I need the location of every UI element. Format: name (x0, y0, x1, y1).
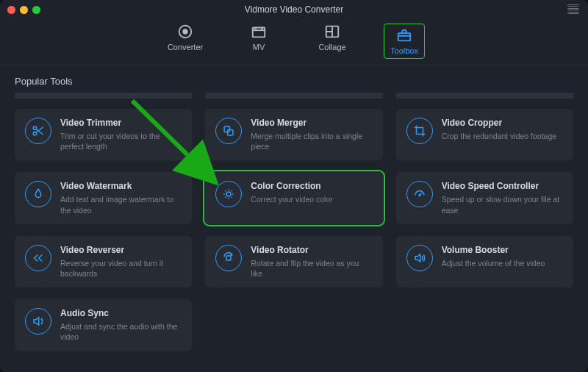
tools-grid: Video Trimmer Trim or cut your videos to… (0, 99, 588, 351)
reverse-icon (25, 245, 51, 271)
svg-point-8 (33, 132, 37, 136)
tool-volume-booster[interactable]: Volume Booster Adjust the volume of the … (396, 236, 573, 287)
tool-desc: Add text and image watermark to the vide… (60, 194, 182, 215)
tool-video-merger[interactable]: Video Merger Merge multiple clips into a… (205, 109, 382, 160)
watermark-icon (25, 181, 51, 207)
tool-title: Video Merger (251, 118, 372, 128)
tool-video-rotator[interactable]: Video Rotator Rotate and flip the video … (205, 236, 382, 287)
merge-icon (215, 118, 242, 144)
tool-desc: Merge multiple clips into a single piece (251, 131, 372, 151)
tool-title: Video Watermark (60, 181, 182, 191)
tool-title: Audio Sync (60, 308, 182, 318)
tool-video-speed[interactable]: Video Speed Controller Speed up or slow … (396, 172, 573, 223)
svg-point-4 (262, 29, 262, 29)
placeholder (205, 93, 382, 99)
tool-desc: Correct your video color (251, 194, 332, 204)
rotate-icon (215, 245, 242, 271)
tab-label: Toolbox (390, 46, 418, 55)
volume-icon (406, 245, 433, 271)
tab-toolbox[interactable]: Toolbox (384, 24, 425, 59)
collage-icon (324, 24, 340, 40)
tool-title: Video Trimmer (60, 118, 182, 128)
tab-label: Collage (318, 43, 345, 51)
tool-video-reverser[interactable]: Video Reverser Reverse your video and tu… (15, 236, 192, 287)
tool-video-watermark[interactable]: Video Watermark Add text and image water… (15, 172, 192, 223)
svg-point-7 (33, 126, 37, 130)
svg-point-12 (419, 195, 420, 196)
svg-rect-13 (226, 256, 231, 260)
speed-icon (406, 181, 433, 207)
window-title: Vidmore Video Converter (0, 4, 588, 15)
tool-desc: Adjust the volume of the video (442, 258, 545, 268)
tool-video-cropper[interactable]: Video Cropper Crop the redundant video f… (396, 109, 573, 160)
app-window: Vidmore Video Converter Converter MV Col… (0, 0, 588, 372)
mv-icon (251, 24, 267, 40)
tab-converter[interactable]: Converter (163, 24, 207, 59)
tool-audio-sync[interactable]: Audio Sync Adjust and sync the audio wit… (15, 299, 192, 351)
tab-mv[interactable]: MV (237, 24, 281, 59)
tool-desc: Rotate and flip the video as you like (251, 258, 372, 279)
svg-point-3 (255, 29, 256, 29)
tool-desc: Reverse your video and turn it backwards (60, 258, 182, 279)
tab-label: MV (253, 43, 265, 51)
tab-label: Converter (168, 43, 203, 51)
crop-icon (406, 118, 433, 144)
tab-collage[interactable]: Collage (310, 24, 354, 59)
section-popular-tools: Popular Tools (0, 65, 588, 93)
color-correction-icon (215, 181, 242, 207)
tool-title: Color Correction (251, 181, 332, 191)
placeholder-row (0, 93, 588, 99)
placeholder (15, 93, 192, 99)
tool-desc: Adjust and sync the audio with the video (60, 321, 182, 342)
svg-rect-6 (398, 33, 411, 40)
svg-point-11 (226, 192, 231, 196)
audio-sync-icon (25, 308, 51, 335)
tool-title: Video Reverser (60, 245, 182, 255)
converter-icon (177, 24, 193, 40)
placeholder (396, 93, 573, 99)
main-tabs: Converter MV Collage Toolbox (0, 19, 588, 65)
tool-color-correction[interactable]: Color Correction Correct your video colo… (205, 172, 382, 223)
titlebar: Vidmore Video Converter (0, 0, 588, 19)
tool-video-trimmer[interactable]: Video Trimmer Trim or cut your videos to… (15, 109, 192, 160)
svg-point-1 (183, 29, 187, 34)
settings-icon[interactable] (567, 4, 579, 15)
tool-desc: Speed up or slow down your file at ease (442, 194, 563, 215)
tool-title: Video Rotator (251, 245, 372, 255)
toolbox-icon (396, 27, 412, 43)
tool-title: Video Cropper (442, 118, 556, 128)
scissors-icon (25, 118, 51, 144)
tool-desc: Crop the redundant video footage (442, 131, 556, 141)
tool-title: Volume Booster (442, 245, 545, 255)
tool-desc: Trim or cut your videos to the perfect l… (60, 131, 182, 151)
tool-title: Video Speed Controller (442, 181, 563, 191)
